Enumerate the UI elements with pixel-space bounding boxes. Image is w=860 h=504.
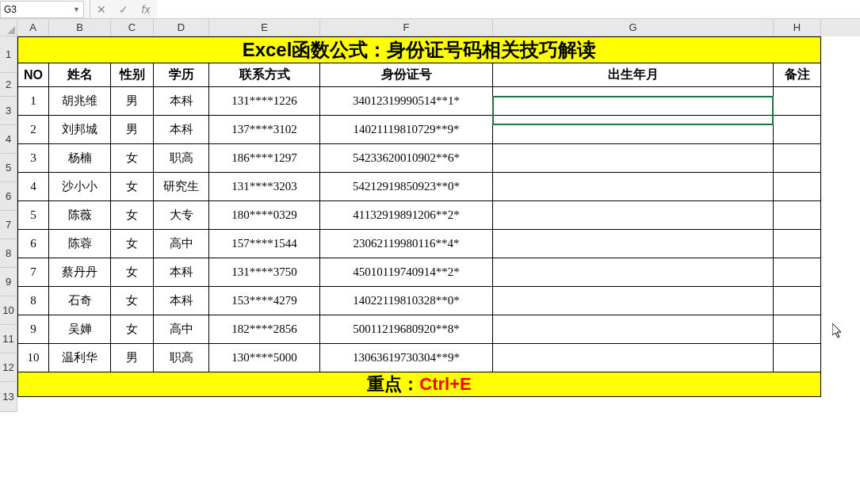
cell-edu[interactable]: 本科 <box>154 258 209 287</box>
cell-gender[interactable]: 女 <box>111 230 154 258</box>
cell-no[interactable]: 9 <box>17 315 49 344</box>
cell-remark[interactable] <box>774 116 821 144</box>
col-header-D[interactable]: D <box>154 19 209 36</box>
cell-edu[interactable]: 高中 <box>154 230 209 258</box>
col-header-H[interactable]: H <box>774 19 821 36</box>
row-header-2[interactable]: 2 <box>0 73 17 97</box>
cell-no[interactable]: 6 <box>17 230 49 258</box>
cell-dob[interactable] <box>493 287 774 315</box>
header-name[interactable]: 姓名 <box>49 63 111 87</box>
row-header-10[interactable]: 10 <box>0 296 17 325</box>
cell-gender[interactable]: 女 <box>111 315 154 344</box>
cell-gender[interactable]: 男 <box>111 116 154 144</box>
cell-edu[interactable]: 研究生 <box>154 173 209 201</box>
cell-dob[interactable] <box>493 201 774 230</box>
cell-no[interactable]: 4 <box>17 173 49 201</box>
header-gender[interactable]: 性别 <box>111 63 154 87</box>
cell-no[interactable]: 2 <box>17 116 49 144</box>
cell-name[interactable]: 杨楠 <box>49 144 111 173</box>
cell-no[interactable]: 5 <box>17 201 49 230</box>
title-cell[interactable]: Excel函数公式：身份证号码相关技巧解读 <box>17 36 821 63</box>
cell-id[interactable]: 45010119740914**2* <box>320 258 493 287</box>
cell-remark[interactable] <box>774 87 821 116</box>
cell-edu[interactable]: 职高 <box>154 144 209 173</box>
cell-name[interactable]: 蔡丹丹 <box>49 258 111 287</box>
cell-no[interactable]: 10 <box>17 344 49 372</box>
cell-contact[interactable]: 180****0329 <box>209 201 320 230</box>
header-contact[interactable]: 联系方式 <box>209 63 320 87</box>
cell-gender[interactable]: 女 <box>111 173 154 201</box>
header-remark[interactable]: 备注 <box>774 63 821 87</box>
cell-dob[interactable] <box>493 173 774 201</box>
cell-remark[interactable] <box>774 173 821 201</box>
cell-contact[interactable]: 137****3102 <box>209 116 320 144</box>
cell-edu[interactable]: 大专 <box>154 201 209 230</box>
cell-dob[interactable] <box>493 116 774 144</box>
cell-id[interactable]: 13063619730304**9* <box>320 344 493 372</box>
row-header-13[interactable]: 13 <box>0 382 17 412</box>
cell-name[interactable]: 胡兆维 <box>49 87 111 116</box>
cell-id[interactable]: 34012319990514**1* <box>320 87 493 116</box>
cell-contact[interactable]: 131****1226 <box>209 87 320 116</box>
header-dob[interactable]: 出生年月 <box>493 63 774 87</box>
row-header-11[interactable]: 11 <box>0 325 17 353</box>
cell-contact[interactable]: 153****4279 <box>209 287 320 315</box>
cell-remark[interactable] <box>774 144 821 173</box>
row-header-8[interactable]: 8 <box>0 239 17 268</box>
cell-name[interactable]: 吴婵 <box>49 315 111 344</box>
cell-remark[interactable] <box>774 344 821 372</box>
col-header-C[interactable]: C <box>111 19 154 36</box>
cell-id[interactable]: 50011219680920**8* <box>320 315 493 344</box>
col-header-G[interactable]: G <box>493 19 774 36</box>
cell-no[interactable]: 3 <box>17 144 49 173</box>
row-header-4[interactable]: 4 <box>0 125 17 154</box>
cell-edu[interactable]: 本科 <box>154 116 209 144</box>
cell-contact[interactable]: 131****3750 <box>209 258 320 287</box>
row-header-1[interactable]: 1 <box>0 36 17 73</box>
cell-contact[interactable]: 182****2856 <box>209 315 320 344</box>
cell-name[interactable]: 温利华 <box>49 344 111 372</box>
cell-gender[interactable]: 男 <box>111 344 154 372</box>
row-header-6[interactable]: 6 <box>0 182 17 211</box>
name-box[interactable]: G3 ▼ <box>0 1 84 18</box>
confirm-button[interactable]: ✓ <box>113 0 135 18</box>
cell-gender[interactable]: 男 <box>111 87 154 116</box>
cell-no[interactable]: 8 <box>17 287 49 315</box>
cell-remark[interactable] <box>774 258 821 287</box>
cancel-button[interactable]: ✕ <box>90 0 113 18</box>
cell-id[interactable]: 54233620010902**6* <box>320 144 493 173</box>
cell-contact[interactable]: 131****3203 <box>209 173 320 201</box>
col-header-F[interactable]: F <box>320 19 493 36</box>
cell-edu[interactable]: 高中 <box>154 315 209 344</box>
cell-contact[interactable]: 130****5000 <box>209 344 320 372</box>
cell-name[interactable]: 刘邦城 <box>49 116 111 144</box>
cell-name[interactable]: 陈蓉 <box>49 230 111 258</box>
cell-no[interactable]: 7 <box>17 258 49 287</box>
cell-id[interactable]: 14022119810328**0* <box>320 287 493 315</box>
cell-remark[interactable] <box>774 230 821 258</box>
cell-edu[interactable]: 职高 <box>154 344 209 372</box>
cell-gender[interactable]: 女 <box>111 258 154 287</box>
dropdown-icon[interactable]: ▼ <box>73 6 80 13</box>
cell-id[interactable]: 54212919850923**0* <box>320 173 493 201</box>
cell-remark[interactable] <box>774 287 821 315</box>
row-header-7[interactable]: 7 <box>0 211 17 239</box>
cell-dob[interactable] <box>493 344 774 372</box>
cell-gender[interactable]: 女 <box>111 144 154 173</box>
cell-contact[interactable]: 157****1544 <box>209 230 320 258</box>
cell-dob[interactable] <box>493 315 774 344</box>
footer-cell[interactable]: 重点： Ctrl+E <box>17 372 821 397</box>
cell-dob[interactable] <box>493 258 774 287</box>
cell-remark[interactable] <box>774 201 821 230</box>
cell-id[interactable]: 41132919891206**2* <box>320 201 493 230</box>
select-all-button[interactable] <box>0 19 17 36</box>
row-header-5[interactable]: 5 <box>0 154 17 182</box>
row-header-12[interactable]: 12 <box>0 353 17 382</box>
cell-edu[interactable]: 本科 <box>154 287 209 315</box>
row-header-3[interactable]: 3 <box>0 97 17 125</box>
cell-dob[interactable] <box>493 144 774 173</box>
col-header-E[interactable]: E <box>209 19 320 36</box>
row-header-9[interactable]: 9 <box>0 268 17 296</box>
cell-contact[interactable]: 186****1297 <box>209 144 320 173</box>
header-edu[interactable]: 学历 <box>154 63 209 87</box>
